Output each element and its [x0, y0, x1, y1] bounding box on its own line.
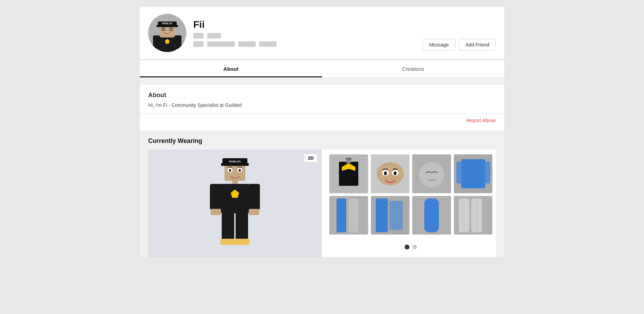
tabs-bar: About Creations	[140, 60, 504, 78]
svg-rect-23	[232, 180, 238, 184]
items-grid	[329, 154, 492, 235]
tab-creations[interactable]: Creations	[322, 60, 504, 77]
svg-point-11	[171, 29, 172, 30]
svg-rect-58	[337, 198, 346, 232]
svg-point-22	[239, 169, 241, 172]
page-wrapper: ROBLOX Fii	[140, 0, 504, 264]
svg-rect-26	[210, 184, 222, 210]
about-title: About	[148, 92, 496, 99]
svg-rect-38	[346, 158, 351, 160]
skeleton-r2a	[193, 41, 204, 47]
svg-rect-65	[389, 201, 402, 230]
about-text: Hi, I'm Fi - Community Specialist at Gui…	[148, 102, 496, 108]
report-abuse-link[interactable]: Report Abuse	[466, 118, 496, 123]
svg-rect-52	[456, 162, 462, 184]
list-item[interactable]	[412, 154, 451, 193]
add-friend-button[interactable]: Add Friend	[459, 39, 496, 51]
svg-point-46	[419, 162, 444, 187]
wearing-title: Currently Wearing	[148, 137, 496, 145]
svg-rect-27	[248, 184, 260, 210]
svg-rect-28	[211, 209, 221, 215]
list-item[interactable]	[454, 196, 493, 235]
svg-point-21	[229, 169, 231, 172]
skeleton-stat1	[193, 33, 204, 39]
svg-rect-29	[249, 209, 259, 215]
skeleton-r2b	[207, 41, 235, 47]
svg-text:ROBLOX: ROBLOX	[229, 160, 241, 163]
tab-about[interactable]: About	[140, 60, 322, 77]
list-item[interactable]	[329, 196, 368, 235]
profile-username: Fii	[193, 19, 496, 30]
list-item[interactable]	[329, 154, 368, 193]
svg-rect-13	[175, 35, 181, 49]
svg-point-43	[384, 171, 387, 175]
list-item[interactable]	[371, 196, 410, 235]
list-item[interactable]	[371, 154, 410, 193]
svg-rect-31	[236, 213, 248, 241]
about-section: About Hi, I'm Fi - Community Specialist …	[140, 85, 504, 130]
profile-actions: Message Add Friend	[423, 39, 496, 51]
content-area: About Hi, I'm Fi - Community Specialist …	[140, 78, 504, 257]
pagination-dot-2[interactable]	[412, 245, 417, 249]
avatar: ROBLOX	[148, 14, 186, 52]
skeleton-stat2	[207, 33, 221, 39]
svg-rect-24	[221, 184, 249, 213]
svg-rect-33	[235, 239, 249, 245]
svg-point-44	[393, 171, 396, 175]
svg-text:ROBLOX: ROBLOX	[162, 22, 172, 25]
button-2d[interactable]: 2D	[304, 154, 317, 162]
svg-rect-30	[222, 213, 234, 241]
profile-meta-row1	[193, 33, 496, 39]
wearing-content: 2D ROBLOX	[148, 150, 496, 257]
items-panel	[326, 150, 496, 257]
svg-rect-64	[375, 198, 388, 232]
svg-rect-53	[484, 162, 490, 184]
svg-rect-17	[221, 163, 249, 166]
svg-point-10	[163, 29, 164, 30]
list-item[interactable]	[412, 196, 451, 235]
svg-rect-59	[349, 198, 358, 232]
report-row: Report Abuse	[148, 114, 496, 124]
list-item[interactable]	[454, 154, 493, 193]
svg-rect-51	[461, 159, 485, 188]
svg-rect-4	[156, 25, 178, 27]
pagination-dot-1[interactable]	[405, 245, 409, 249]
skeleton-r2d	[259, 41, 277, 47]
character-preview: 2D ROBLOX	[148, 150, 322, 257]
svg-rect-32	[220, 239, 235, 245]
wearing-section: Currently Wearing 2D ROBLOX	[140, 132, 504, 257]
pagination-dots	[329, 242, 492, 252]
character-svg: ROBLOX	[200, 155, 270, 252]
message-button[interactable]: Message	[423, 39, 456, 51]
skeleton-r2c	[238, 41, 256, 47]
profile-card: ROBLOX Fii	[140, 7, 504, 59]
svg-rect-12	[153, 35, 159, 49]
svg-rect-70	[424, 198, 439, 232]
